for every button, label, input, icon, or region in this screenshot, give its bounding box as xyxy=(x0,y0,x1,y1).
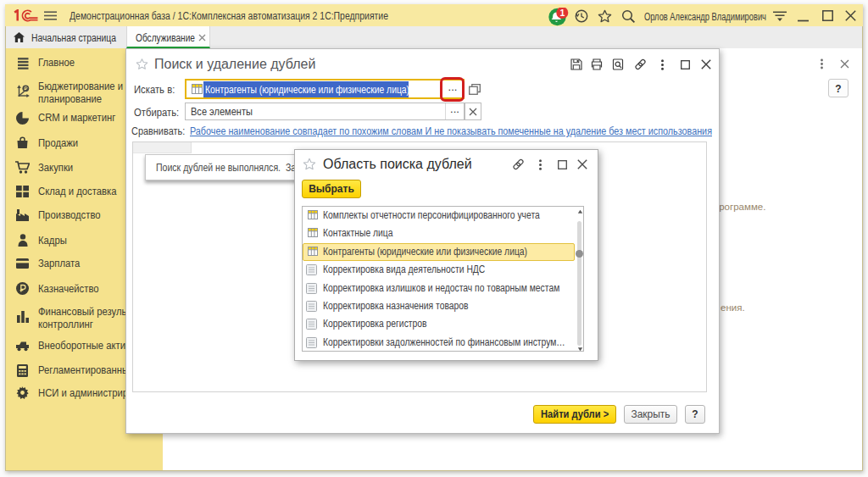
svg-text:1: 1 xyxy=(560,8,565,18)
